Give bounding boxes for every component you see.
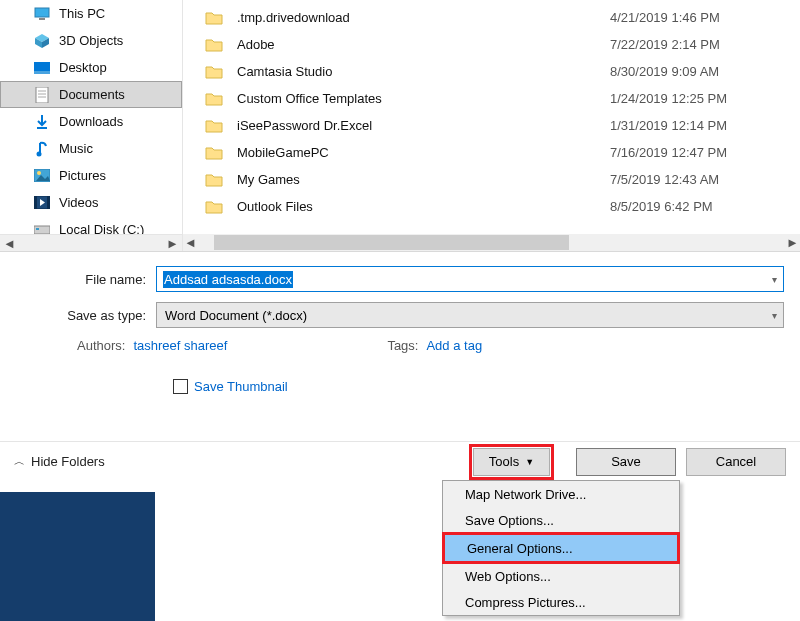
pc-icon bbox=[33, 6, 51, 22]
svg-point-14 bbox=[37, 171, 41, 175]
file-name: Camtasia Studio bbox=[237, 64, 610, 79]
file-row[interactable]: iSeePassword Dr.Excel1/31/2019 12:14 PM bbox=[183, 112, 800, 139]
save-label: Save bbox=[611, 454, 641, 469]
type-value: Word Document (*.docx) bbox=[165, 308, 307, 323]
svg-rect-1 bbox=[39, 18, 45, 20]
file-date: 1/24/2019 12:25 PM bbox=[610, 91, 800, 106]
tree-label: Downloads bbox=[59, 114, 123, 129]
tree-label: This PC bbox=[59, 6, 105, 21]
background-strip bbox=[0, 492, 155, 621]
file-name: Outlook Files bbox=[237, 199, 610, 214]
tags-label: Tags: bbox=[387, 338, 418, 353]
folder-icon bbox=[205, 173, 223, 187]
filename-input[interactable]: Addsad adsasda.docx ▾ bbox=[156, 266, 784, 292]
file-name: My Games bbox=[237, 172, 610, 187]
file-name: Adobe bbox=[237, 37, 610, 52]
scroll-right-icon[interactable]: ► bbox=[165, 236, 180, 251]
scrollbar-thumb[interactable] bbox=[214, 235, 569, 250]
svg-rect-17 bbox=[34, 196, 37, 209]
file-row[interactable]: Custom Office Templates1/24/2019 12:25 P… bbox=[183, 85, 800, 112]
file-date: 7/22/2019 2:14 PM bbox=[610, 37, 800, 52]
tree-item-desktop[interactable]: Desktop bbox=[0, 54, 182, 81]
authors-label: Authors: bbox=[77, 338, 125, 353]
dialog-footer: ︿ Hide Folders Tools ▼ Save Cancel bbox=[0, 441, 800, 481]
file-list[interactable]: .tmp.drivedownload4/21/2019 1:46 PMAdobe… bbox=[183, 0, 800, 234]
tree-item-this-pc[interactable]: This PC bbox=[0, 0, 182, 27]
svg-rect-7 bbox=[36, 87, 48, 103]
tree-item-documents[interactable]: Documents bbox=[0, 81, 182, 108]
filename-value: Addsad adsasda.docx bbox=[163, 271, 293, 288]
menu-highlight: General Options... bbox=[442, 532, 680, 564]
file-row[interactable]: Adobe7/22/2019 2:14 PM bbox=[183, 31, 800, 58]
tree-label: 3D Objects bbox=[59, 33, 123, 48]
hide-folders-label: Hide Folders bbox=[31, 454, 105, 469]
music-icon bbox=[33, 141, 51, 157]
folder-icon bbox=[205, 92, 223, 106]
folder-icon bbox=[205, 119, 223, 133]
sidebar-scrollbar[interactable]: ◄ ► bbox=[0, 234, 182, 251]
folder-icon bbox=[205, 146, 223, 160]
tree-item-pictures[interactable]: Pictures bbox=[0, 162, 182, 189]
save-thumbnail-checkbox[interactable] bbox=[173, 379, 188, 394]
tree-item-music[interactable]: Music bbox=[0, 135, 182, 162]
file-name: MobileGamePC bbox=[237, 145, 610, 160]
menu-item[interactable]: Save Options... bbox=[443, 507, 679, 533]
tools-highlight: Tools ▼ bbox=[469, 444, 554, 480]
file-date: 8/5/2019 6:42 PM bbox=[610, 199, 800, 214]
tree-item-videos[interactable]: Videos bbox=[0, 189, 182, 216]
file-name: iSeePassword Dr.Excel bbox=[237, 118, 610, 133]
menu-item[interactable]: Web Options... bbox=[443, 563, 679, 589]
tree-item-local-disk[interactable]: Local Disk (C:) bbox=[0, 216, 182, 234]
file-date: 4/21/2019 1:46 PM bbox=[610, 10, 800, 25]
save-thumbnail-label[interactable]: Save Thumbnail bbox=[194, 379, 288, 394]
folder-icon bbox=[205, 65, 223, 79]
tree-item-downloads[interactable]: Downloads bbox=[0, 108, 182, 135]
filename-label: File name: bbox=[16, 272, 156, 287]
menu-item[interactable]: General Options... bbox=[445, 535, 677, 561]
folder-icon bbox=[205, 38, 223, 52]
save-button[interactable]: Save bbox=[576, 448, 676, 476]
svg-rect-6 bbox=[34, 71, 50, 74]
type-select[interactable]: Word Document (*.docx) ▾ bbox=[156, 302, 784, 328]
disk-icon bbox=[33, 222, 51, 235]
dropdown-icon[interactable]: ▾ bbox=[772, 310, 777, 321]
3d-icon bbox=[33, 33, 51, 49]
tree-item-3d-objects[interactable]: 3D Objects bbox=[0, 27, 182, 54]
file-date: 8/30/2019 9:09 AM bbox=[610, 64, 800, 79]
navigation-tree: This PC 3D Objects Desktop Documents Dow… bbox=[0, 0, 183, 251]
chevron-up-icon: ︿ bbox=[14, 454, 25, 469]
file-row[interactable]: MobileGamePC7/16/2019 12:47 PM bbox=[183, 139, 800, 166]
file-row[interactable]: Outlook Files8/5/2019 6:42 PM bbox=[183, 193, 800, 220]
folder-icon bbox=[205, 11, 223, 25]
file-date: 7/16/2019 12:47 PM bbox=[610, 145, 800, 160]
tree-label: Documents bbox=[59, 87, 125, 102]
file-row[interactable]: Camtasia Studio8/30/2019 9:09 AM bbox=[183, 58, 800, 85]
file-row[interactable]: .tmp.drivedownload4/21/2019 1:46 PM bbox=[183, 4, 800, 31]
documents-icon bbox=[33, 87, 51, 103]
file-name: Custom Office Templates bbox=[237, 91, 610, 106]
save-form: File name: Addsad adsasda.docx ▾ Save as… bbox=[0, 252, 800, 394]
menu-item[interactable]: Compress Pictures... bbox=[443, 589, 679, 615]
tools-menu: Map Network Drive...Save Options...Gener… bbox=[442, 480, 680, 616]
svg-rect-18 bbox=[47, 196, 50, 209]
svg-point-12 bbox=[37, 151, 42, 156]
scroll-left-icon[interactable]: ◄ bbox=[183, 235, 198, 250]
svg-rect-21 bbox=[36, 228, 39, 230]
tree-label: Videos bbox=[59, 195, 99, 210]
authors-value[interactable]: tashreef shareef bbox=[133, 338, 227, 353]
desktop-icon bbox=[33, 60, 51, 76]
tools-label: Tools bbox=[489, 454, 519, 469]
file-row[interactable]: My Games7/5/2019 12:43 AM bbox=[183, 166, 800, 193]
type-label: Save as type: bbox=[16, 308, 156, 323]
menu-item[interactable]: Map Network Drive... bbox=[443, 481, 679, 507]
scroll-right-icon[interactable]: ► bbox=[785, 235, 800, 250]
dropdown-icon: ▼ bbox=[525, 457, 534, 467]
hide-folders-button[interactable]: ︿ Hide Folders bbox=[14, 454, 105, 469]
scroll-left-icon[interactable]: ◄ bbox=[2, 236, 17, 251]
horizontal-scrollbar[interactable]: ◄ ► bbox=[183, 234, 800, 251]
tree-label: Local Disk (C:) bbox=[59, 222, 144, 234]
tags-value[interactable]: Add a tag bbox=[426, 338, 482, 353]
dropdown-icon[interactable]: ▾ bbox=[772, 274, 777, 285]
tools-button[interactable]: Tools ▼ bbox=[473, 448, 550, 476]
cancel-button[interactable]: Cancel bbox=[686, 448, 786, 476]
